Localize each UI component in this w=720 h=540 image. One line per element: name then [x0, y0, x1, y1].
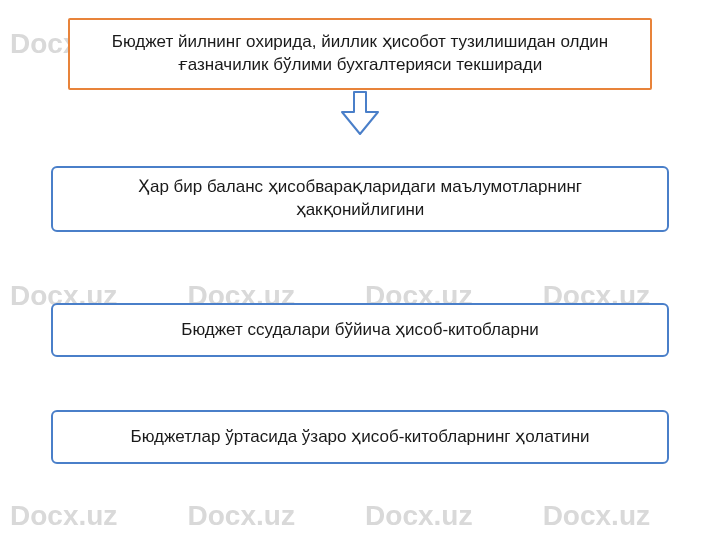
- item-box-1: Ҳар бир баланс ҳисобварақларидаги маълум…: [51, 166, 669, 232]
- watermark-text: Docx.uz: [188, 500, 295, 532]
- item-text: Бюджетлар ўртасида ўзаро ҳисоб-китобларн…: [130, 426, 589, 449]
- watermark-text: Docx.uz: [543, 500, 650, 532]
- header-text: Бюджет йилнинг охирида, йиллик ҳисобот т…: [94, 31, 626, 77]
- watermark-row-bot: Docx.uz Docx.uz Docx.uz Docx.uz: [0, 500, 720, 532]
- item-box-3: Бюджетлар ўртасида ўзаро ҳисоб-китобларн…: [51, 410, 669, 464]
- item-box-2: Бюджет ссудалари бўйича ҳисоб-китобларни: [51, 303, 669, 357]
- watermark-text: Docx.uz: [10, 500, 117, 532]
- item-text: Ҳар бир баланс ҳисобварақларидаги маълум…: [77, 176, 643, 222]
- watermark-text: Docx.uz: [365, 500, 472, 532]
- header-box: Бюджет йилнинг охирида, йиллик ҳисобот т…: [68, 18, 652, 90]
- down-arrow-icon: [336, 90, 384, 138]
- item-text: Бюджет ссудалари бўйича ҳисоб-китобларни: [181, 319, 539, 342]
